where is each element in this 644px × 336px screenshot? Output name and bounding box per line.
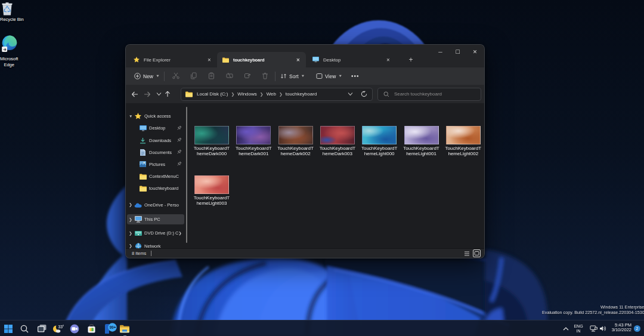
svg-text:99+: 99+ (109, 325, 116, 329)
svg-text:33°: 33° (58, 325, 64, 329)
